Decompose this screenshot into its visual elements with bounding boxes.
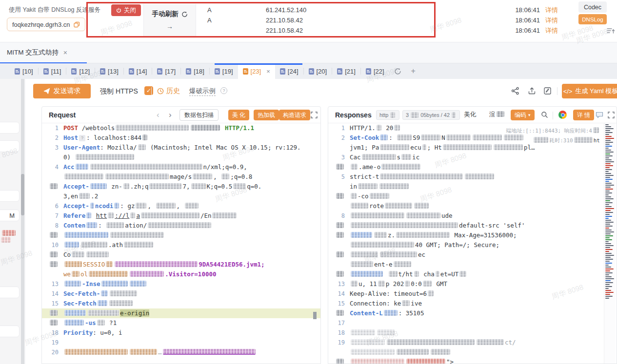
rail-item[interactable] <box>0 326 20 337</box>
dns-record-row: 221.10.58.4218:06:41详情 <box>197 25 567 36</box>
dns-record-detail-link[interactable]: 详情 <box>545 6 558 15</box>
code-text: jvm1; Pa <box>350 144 379 151</box>
fuzzer-tab-23[interactable]: [23]× <box>238 63 275 79</box>
rail-item[interactable] <box>0 190 20 202</box>
blast-example-link[interactable]: 爆破示例 <box>189 87 216 96</box>
rail-item[interactable] <box>0 140 20 152</box>
code-line <box>42 230 320 240</box>
code-text: Refere <box>63 212 85 219</box>
tab-mitm-hijack[interactable]: MITM 交互式劫持 × <box>0 42 87 63</box>
codec-button[interactable]: Codec <box>578 1 607 13</box>
request-editor[interactable]: 1POST /webtools HTTP/1.12Host?: localhos… <box>42 123 320 364</box>
line-number: 20 <box>42 347 59 357</box>
generate-yaml-button[interactable]: </> 生成 Yaml 模板 <box>562 84 617 98</box>
fuzzer-tab-13[interactable]: [13] <box>95 63 123 79</box>
encode-dropdown[interactable]: 编码 ▾ <box>511 110 535 120</box>
code-text <box>221 124 225 132</box>
code-line: 15Sec-Fetch <box>42 299 320 308</box>
code-text: Host <box>63 134 78 141</box>
left-scrollbar-thumb[interactable] <box>21 174 24 215</box>
rail-item[interactable] <box>0 287 20 298</box>
rail-item-m[interactable]: M <box>0 210 20 221</box>
comment-icon[interactable] <box>596 111 603 118</box>
code-line: 14Keep-Alive: timeout=6 <box>328 289 605 299</box>
hotload-button[interactable]: 热加载 <box>254 110 279 120</box>
fuzzer-tab-12[interactable]: [12] <box>66 63 95 79</box>
refresh-tabs-icon[interactable] <box>389 68 406 75</box>
redacted-block <box>358 183 378 189</box>
dns-record-detail-link[interactable]: 详情 <box>545 26 558 35</box>
share-icon[interactable] <box>509 85 521 96</box>
left-scrollbar-track[interactable] <box>21 79 24 364</box>
redacted-block <box>50 183 58 189</box>
search-icon[interactable] <box>541 111 548 118</box>
size-tag: 305bytes / 42 <box>402 110 460 120</box>
rail-item[interactable] <box>0 122 20 134</box>
overview-ruler-marker[interactable] <box>313 312 317 319</box>
redacted-block <box>379 183 409 189</box>
code-text: zn- <box>108 183 122 190</box>
fuzzer-tab-22[interactable]: [22] <box>361 63 389 79</box>
fuzzer-tab-19[interactable]: [19] <box>210 63 238 79</box>
fuzzer-tab-24[interactable]: [24] <box>275 63 303 79</box>
collapse-lines-icon[interactable] <box>607 27 615 35</box>
add-tab-icon[interactable]: + <box>406 67 420 76</box>
next-page-icon[interactable]: › <box>169 110 172 120</box>
line-number <box>328 250 345 260</box>
line-number: 3 <box>42 143 59 153</box>
fuzzer-tab-10[interactable]: [10] <box>10 63 38 79</box>
fuzzer-tab-14[interactable]: [14] <box>124 63 152 79</box>
fuzzer-tab-20[interactable]: [20] <box>304 63 332 79</box>
prev-page-icon[interactable]: ‹ <box>157 110 159 120</box>
tab-close-icon[interactable]: × <box>63 49 67 57</box>
manual-refresh-button[interactable]: 手动刷新 <box>144 10 196 19</box>
edit-icon[interactable] <box>541 85 553 96</box>
code-minimap[interactable] <box>604 123 616 364</box>
redacted-block <box>397 349 429 355</box>
history-button[interactable]: 历史 <box>157 87 180 96</box>
expand-icon[interactable] <box>608 112 615 118</box>
code-text: HTTP/1.1 <box>225 124 254 132</box>
dns-record-detail-link[interactable]: 详情 <box>545 16 558 25</box>
line-number <box>42 318 59 328</box>
line-number <box>328 162 345 172</box>
detail-button[interactable]: 详 情 <box>573 110 594 120</box>
code-text: t/ht <box>398 270 413 278</box>
code-text: default-src 'self' <box>459 222 525 229</box>
fuzzer-tab-17[interactable]: [17] <box>152 63 180 79</box>
redacted-block <box>50 310 58 316</box>
force-https-checkbox[interactable]: ✓ <box>144 86 153 95</box>
construct-request-button[interactable]: 构造请求 <box>279 110 310 120</box>
code-text: /En <box>200 212 212 219</box>
beautify-link[interactable]: 美化 <box>464 111 476 119</box>
chrome-icon[interactable] <box>558 111 567 119</box>
expand-icon[interactable] <box>311 112 318 118</box>
beautify-button[interactable]: 美 化 <box>228 110 249 120</box>
render-link[interactable]: 渲 <box>489 111 505 119</box>
redacted-block <box>406 359 445 364</box>
code-line: weol.Visitor=10000 <box>42 269 320 279</box>
packet-scan-button[interactable]: 数据包扫描 <box>179 109 219 121</box>
dnslog-domain-pill[interactable]: foqkezhrqe.dgrh3.cn <box>7 18 85 31</box>
fuzzer-tab-21[interactable]: [21] <box>332 63 360 79</box>
send-request-button[interactable]: 发送请求 <box>33 84 91 98</box>
response-editor[interactable]: 1HTTP/1. 202Set-Cook: S9Njvm1; Paecu; Ht… <box>328 123 605 364</box>
manual-refresh-cell: 手动刷新 → <box>143 4 196 36</box>
code-text: , <box>213 173 220 180</box>
copy-icon[interactable] <box>74 21 80 28</box>
redacted-block <box>428 290 434 296</box>
fuzzer-tab-11[interactable]: [11] <box>39 63 66 79</box>
tab-close-icon[interactable]: × <box>266 68 270 75</box>
tabbar-scroll-indicator[interactable] <box>215 63 302 65</box>
redacted-block <box>97 320 105 326</box>
redacted-block <box>378 281 385 287</box>
dnslog-button[interactable]: DNSLog <box>578 14 607 24</box>
export-icon[interactable] <box>526 85 537 96</box>
dnslog-close-button[interactable]: 关闭 <box>111 4 141 16</box>
fuzzer-tab-18[interactable]: [18] <box>181 63 209 79</box>
question-circle-icon[interactable]: ? <box>220 87 227 94</box>
code-text: 3,en <box>63 192 78 200</box>
redacted-block <box>72 271 80 277</box>
arrow-right-icon[interactable]: → <box>144 22 196 30</box>
redacted-block <box>336 251 344 257</box>
